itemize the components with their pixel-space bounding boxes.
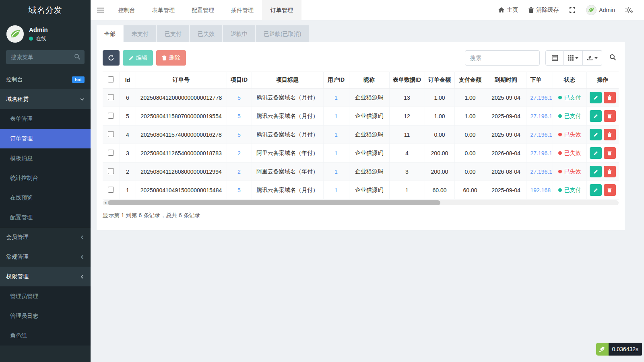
menu-search-input[interactable] (6, 50, 85, 64)
cell-title: 腾讯云备案域名（月付） (252, 107, 323, 125)
sidebar-item-order-mgmt[interactable]: 订单管理 (0, 129, 91, 148)
cell-pay-amount: 1.00 (454, 88, 486, 107)
row-edit-button[interactable] (590, 166, 602, 177)
ip-link[interactable]: 192.168 (530, 187, 551, 193)
user-id-link[interactable]: 1 (334, 113, 338, 119)
tab-console[interactable]: 控制台 (110, 0, 144, 20)
row-delete-button[interactable] (604, 184, 616, 196)
table-row[interactable]: 3 20250804112654000000018783 2 阿里云备案域名（年… (103, 144, 619, 162)
settings-button[interactable] (620, 0, 638, 20)
sidebar-item-admin-log[interactable]: 管理员日志 (0, 306, 91, 326)
sidebar-item-console[interactable]: 控制台 hot (0, 70, 91, 89)
tab-plugin-mgmt[interactable]: 插件管理 (223, 0, 262, 20)
tab-order-mgmt[interactable]: 订单管理 (262, 0, 301, 20)
filter-tab-expired[interactable]: 已失效 (190, 25, 222, 42)
row-edit-button[interactable] (590, 110, 602, 122)
row-edit-button[interactable] (590, 92, 602, 103)
scroll-left-arrow-icon[interactable]: ◄ (103, 201, 107, 205)
filter-tab-all[interactable]: 全部 (97, 25, 123, 42)
sidebar-item-domain-lease[interactable]: 域名租赁 (0, 89, 91, 109)
row-checkbox[interactable] (108, 131, 114, 137)
sidebar-item-general-mgmt[interactable]: 常规管理 (0, 247, 91, 267)
col-project-id: 项目ID (227, 72, 252, 88)
ip-link[interactable]: 27.196.1 (530, 95, 553, 101)
fullscreen-button[interactable] (564, 0, 581, 20)
user-menu[interactable]: Admin (581, 0, 620, 20)
project-id-link[interactable]: 5 (237, 113, 241, 119)
row-checkbox[interactable] (108, 187, 114, 193)
table-search-input[interactable] (465, 50, 540, 66)
user-id-link[interactable]: 1 (334, 187, 338, 193)
row-edit-button[interactable] (590, 184, 602, 196)
cell-order-no: 20250804112608000000012994 (136, 162, 227, 181)
table-row[interactable]: 2 20250804112608000000012994 2 阿里云备案域名（年… (103, 162, 619, 181)
sidebar-item-config-mgmt[interactable]: 配置管理 (0, 208, 91, 227)
fullscreen-icon (569, 7, 576, 13)
columns-grid-icon (568, 55, 574, 61)
sidebar-item-form-mgmt[interactable]: 表单管理 (0, 109, 91, 129)
project-id-link[interactable]: 2 (237, 169, 241, 175)
row-delete-button[interactable] (604, 166, 616, 177)
filter-tab-refunded[interactable]: 已退款(已取消) (256, 25, 309, 42)
columns-button[interactable] (564, 50, 583, 66)
export-button[interactable] (583, 50, 602, 66)
ip-link[interactable]: 27.196.1 (530, 132, 553, 138)
horizontal-scrollbar[interactable]: ◄ (103, 200, 619, 205)
table-row[interactable]: 4 20250804115740000000016278 5 腾讯云备案域名（月… (103, 125, 619, 144)
project-id-link[interactable]: 5 (237, 95, 241, 101)
refresh-button[interactable] (103, 50, 120, 66)
user-id-link[interactable]: 1 (334, 95, 338, 101)
cell-order-no: 20250804104915000000015484 (136, 181, 227, 200)
ip-link[interactable]: 27.196.1 (530, 113, 553, 119)
tab-config-mgmt[interactable]: 配置管理 (183, 0, 223, 20)
filter-tab-unpaid[interactable]: 未支付 (124, 25, 156, 42)
delete-button[interactable]: 删除 (156, 50, 186, 66)
row-checkbox[interactable] (108, 94, 114, 100)
search-submit-button[interactable] (607, 51, 619, 64)
row-delete-button[interactable] (604, 129, 616, 140)
table-row[interactable]: 6 20250804120000000000012778 5 腾讯云备案域名（月… (103, 88, 619, 107)
table-row[interactable]: 1 20250804104915000000015484 5 腾讯云备案域名（月… (103, 181, 619, 200)
sidebar-item-stats-console[interactable]: 统计控制台 (0, 168, 91, 188)
sidebar-item-role-group[interactable]: 角色组 (0, 326, 91, 346)
clear-cache-button[interactable]: 清除缓存 (523, 0, 564, 20)
hamburger-icon[interactable] (91, 0, 110, 20)
scrollbar-thumb[interactable] (108, 200, 440, 205)
sidebar-item-admin-mgmt[interactable]: 管理员管理 (0, 286, 91, 306)
project-id-link[interactable]: 5 (237, 187, 241, 193)
cell-order-no: 20250804115807000000019554 (136, 107, 227, 125)
auth-submenu: 管理员管理 管理员日志 角色组 (0, 286, 91, 346)
row-checkbox[interactable] (108, 168, 114, 174)
chevron-left-icon (80, 255, 85, 259)
sidebar-item-auth-mgmt[interactable]: 权限管理 (0, 267, 91, 286)
tab-form-mgmt[interactable]: 表单管理 (144, 0, 183, 20)
cell-expire: 2025-09-04 (486, 107, 526, 125)
status-dot-icon (558, 114, 562, 118)
row-edit-button[interactable] (590, 147, 602, 159)
filter-tab-refunding[interactable]: 退款中 (223, 25, 255, 42)
project-id-link[interactable]: 5 (237, 132, 241, 138)
filter-tab-paid[interactable]: 已支付 (157, 25, 189, 42)
user-id-link[interactable]: 1 (334, 169, 338, 175)
row-checkbox[interactable] (108, 113, 114, 119)
row-delete-button[interactable] (604, 147, 616, 159)
chevron-down-icon (594, 57, 598, 59)
sidebar-item-online-preview[interactable]: 在线预览 (0, 188, 91, 208)
col-user-id: 用户ID (323, 72, 349, 88)
row-edit-button[interactable] (590, 129, 602, 140)
project-id-link[interactable]: 2 (237, 150, 241, 156)
table-row[interactable]: 5 20250804115807000000019554 5 腾讯云备案域名（月… (103, 107, 619, 125)
user-id-link[interactable]: 1 (334, 132, 338, 138)
card-view-button[interactable] (545, 50, 564, 66)
row-delete-button[interactable] (604, 92, 616, 103)
edit-button[interactable]: 编辑 (123, 50, 153, 66)
sidebar-item-template-msg[interactable]: 模板消息 (0, 148, 91, 168)
ip-link[interactable]: 27.196.1 (530, 150, 553, 156)
sidebar-item-member-mgmt[interactable]: 会员管理 (0, 227, 91, 247)
row-delete-button[interactable] (604, 110, 616, 122)
ip-link[interactable]: 27.196.1 (530, 169, 553, 175)
row-checkbox[interactable] (108, 150, 114, 156)
user-id-link[interactable]: 1 (334, 150, 338, 156)
select-all-checkbox[interactable] (108, 76, 114, 82)
home-button[interactable]: 主页 (493, 0, 523, 20)
